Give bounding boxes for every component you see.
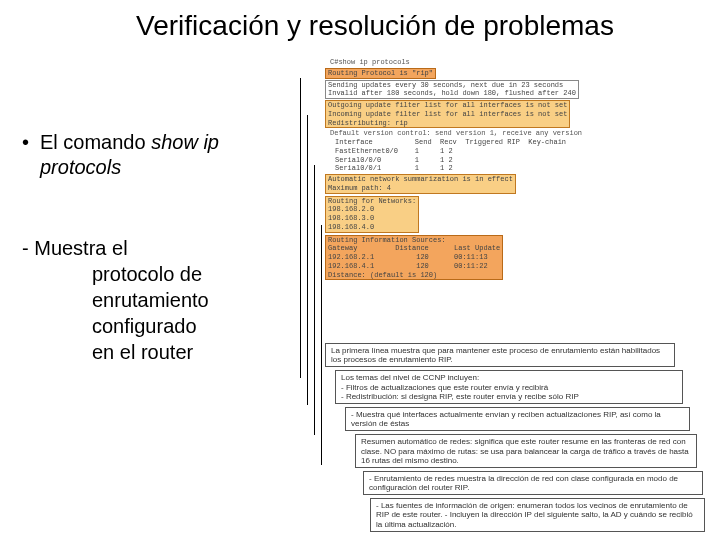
leader-3 (314, 165, 315, 435)
callout-stack: La primera línea muestra que para manten… (325, 340, 705, 535)
iface-row-2: Serial0/0/0 1 1 2 (335, 156, 680, 165)
hl-networks: Routing for Networks: 198.168.2.0 198.16… (325, 196, 419, 233)
cli-command: C#show ip protocols (330, 58, 680, 67)
sub-lead: - Muestra el (22, 235, 282, 261)
hl-ris: Routing Information Sources: Gateway Dis… (325, 235, 503, 281)
ris-header: Routing Information Sources: (328, 236, 446, 244)
callout-3: - Muestra qué interfaces actualmente env… (345, 407, 690, 431)
ris-distance: Distance: (default is 120) (328, 271, 437, 279)
leader-4 (321, 225, 322, 465)
bullet-prefix: El comando (40, 131, 151, 153)
leader-lines (298, 70, 338, 530)
bullet-text: El comando show ip protocols (40, 130, 282, 180)
callout-2-line1: Los temas del nivel de CCNP incluyen: (341, 373, 479, 382)
slide-title: Verificación y resolución de problemas (0, 0, 720, 42)
left-column: • El comando show ip protocols - Muestra… (22, 130, 282, 365)
callout-6: - Las fuentes de información de origen: … (370, 498, 705, 532)
iface-row-1: FastEthernet0/0 1 1 2 (335, 147, 680, 156)
line-out-filter: Outgoing update filter list for all inte… (328, 101, 567, 109)
line-invalid: Invalid after 180 seconds, hold down 180… (328, 89, 576, 97)
bullet-dot: • (22, 130, 40, 180)
sub-l1: protocolo de (22, 261, 282, 287)
line-redist: Redistributing: rip (328, 119, 408, 127)
callout-1: La primera línea muestra que para manten… (325, 343, 675, 367)
line-routing-for: Routing for Networks: (328, 197, 416, 205)
iface-row-3: Serial0/0/1 1 1 2 (335, 164, 680, 173)
ris-row-2: 192.168.4.1 120 00:11:22 (328, 262, 500, 271)
callout-4: Resumen automático de redes: significa q… (355, 434, 697, 468)
bullet-item: • El comando show ip protocols (22, 130, 282, 180)
line-updates: Sending updates every 30 seconds, next d… (328, 81, 563, 89)
hl-protocol: Routing Protocol is "rip" (325, 68, 436, 79)
sub-l4: en el router (22, 339, 282, 365)
ris-row-1: 192.168.2.1 120 00:11:13 (328, 253, 500, 262)
line-in-filter: Incoming update filter list for all inte… (328, 110, 567, 118)
line-autosum: Automatic network summarization is in ef… (328, 175, 513, 183)
sub-l3: configurado (22, 313, 282, 339)
line-version: Default version control: send version 1,… (330, 129, 680, 138)
ris-cols: Gateway Distance Last Update (328, 244, 500, 253)
callout-2-line2: - Filtros de actualizaciones que este ro… (341, 383, 548, 392)
terminal-output: C#show ip protocols Routing Protocol is … (325, 58, 680, 358)
box-updates: Sending updates every 30 seconds, next d… (325, 80, 579, 100)
iface-header: Interface Send Recv Triggered RIP Key-ch… (335, 138, 680, 147)
callout-5: - Enrutamiento de redes muestra la direc… (363, 471, 703, 495)
leader-1 (300, 78, 301, 378)
hl-filters: Outgoing update filter list for all inte… (325, 100, 570, 128)
hl-autosum: Automatic network summarization is in ef… (325, 174, 516, 194)
sub-l2: enrutamiento (22, 287, 282, 313)
leader-2 (307, 115, 308, 405)
callout-2: Los temas del nivel de CCNP incluyen: - … (335, 370, 683, 404)
callout-2-line3: - Redistribución: si designa RIP, este r… (341, 392, 579, 401)
sub-block: - Muestra el protocolo de enrutamiento c… (22, 235, 282, 365)
